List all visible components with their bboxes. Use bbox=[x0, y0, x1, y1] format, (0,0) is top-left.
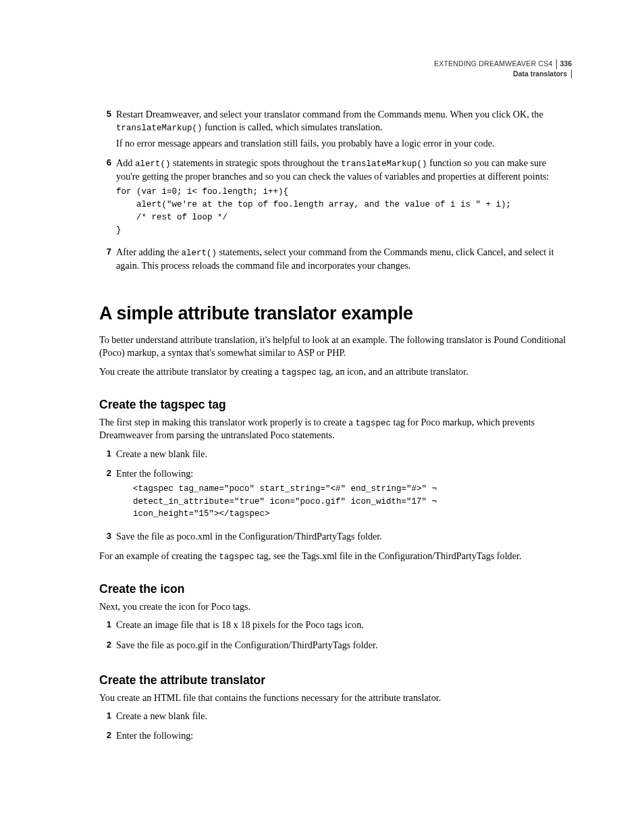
step-text: Add alert() statements in strategic spot… bbox=[116, 157, 572, 183]
list-item: 1 Create a new blank file. bbox=[116, 710, 572, 725]
step-text: Restart Dreamweaver, and select your tra… bbox=[116, 108, 572, 134]
list-item: 2 Enter the following: <tagspec tag_name… bbox=[116, 467, 572, 526]
code-inline: translateMarkup() bbox=[116, 124, 203, 133]
doc-title: EXTENDING DREAMWEAVER CS4 bbox=[434, 59, 552, 68]
code-inline: tagspec bbox=[219, 552, 254, 562]
page-content: 5 Restart Dreamweaver, and select your t… bbox=[99, 108, 572, 745]
list-item: 2 Enter the following: bbox=[116, 729, 572, 745]
body-paragraph: You create an HTML file that contains th… bbox=[99, 692, 572, 704]
step-6: 6 Add alert() statements in strategic sp… bbox=[116, 157, 572, 242]
step-number: 1 bbox=[99, 710, 111, 725]
body-paragraph: You create the attribute translator by c… bbox=[99, 365, 572, 379]
step-number: 6 bbox=[99, 157, 111, 242]
section-name: Data translators bbox=[513, 70, 572, 79]
body-paragraph: For an example of creating the tagspec t… bbox=[99, 550, 572, 563]
step-7: 7 After adding the alert() statements, s… bbox=[116, 246, 572, 275]
step-text: Enter the following: bbox=[116, 467, 572, 480]
step-text: Create a new blank file. bbox=[116, 710, 572, 723]
section-heading: A simple attribute translator example bbox=[99, 303, 572, 324]
step-number: 2 bbox=[99, 467, 111, 526]
list-item: 1 Create a new blank file. bbox=[116, 448, 572, 463]
code-inline: tagspec bbox=[281, 368, 317, 377]
code-inline: translateMarkup() bbox=[341, 159, 427, 169]
subsection-heading: Create the tagspec tag bbox=[99, 398, 572, 412]
step-text: Create an image file that is 18 x 18 pix… bbox=[116, 619, 572, 631]
step-5: 5 Restart Dreamweaver, and select your t… bbox=[116, 108, 572, 153]
step-text: Create a new blank file. bbox=[116, 448, 572, 461]
body-paragraph: The first step in making this translator… bbox=[99, 416, 572, 442]
subsection-heading: Create the attribute translator bbox=[99, 673, 572, 687]
code-inline: alert() bbox=[182, 249, 217, 258]
subsection-heading: Create the icon bbox=[99, 582, 572, 596]
step-number: 1 bbox=[99, 448, 111, 463]
code-block: for (var i=0; i< foo.length; i++){ alert… bbox=[116, 186, 572, 236]
step-number: 2 bbox=[99, 639, 111, 654]
step-text: If no error message appears and translat… bbox=[116, 137, 572, 150]
body-paragraph: To better understand attribute translati… bbox=[99, 334, 572, 359]
step-number: 3 bbox=[99, 530, 111, 546]
body-paragraph: Next, you create the icon for Poco tags. bbox=[99, 600, 572, 613]
list-item: 3 Save the file as poco.xml in the Confi… bbox=[116, 530, 572, 546]
step-number: 1 bbox=[99, 619, 111, 634]
step-text: Enter the following: bbox=[116, 729, 572, 742]
code-inline: alert() bbox=[135, 159, 171, 169]
step-number: 7 bbox=[99, 246, 111, 275]
list-item: 1 Create an image file that is 18 x 18 p… bbox=[116, 619, 572, 634]
step-text: Save the file as poco.xml in the Configu… bbox=[116, 530, 572, 543]
step-number: 5 bbox=[99, 108, 111, 153]
code-block: <tagspec tag_name="poco" start_string="<… bbox=[133, 483, 572, 521]
list-item: 2 Save the file as poco.gif in the Confi… bbox=[116, 639, 572, 654]
code-inline: tagspec bbox=[355, 419, 391, 428]
page-number: 336 bbox=[557, 59, 572, 68]
step-text: After adding the alert() statements, sel… bbox=[116, 246, 572, 272]
running-header: EXTENDING DREAMWEAVER CS4336 Data transl… bbox=[434, 59, 572, 78]
step-text: Save the file as poco.gif in the Configu… bbox=[116, 639, 572, 652]
step-number: 2 bbox=[99, 729, 111, 745]
